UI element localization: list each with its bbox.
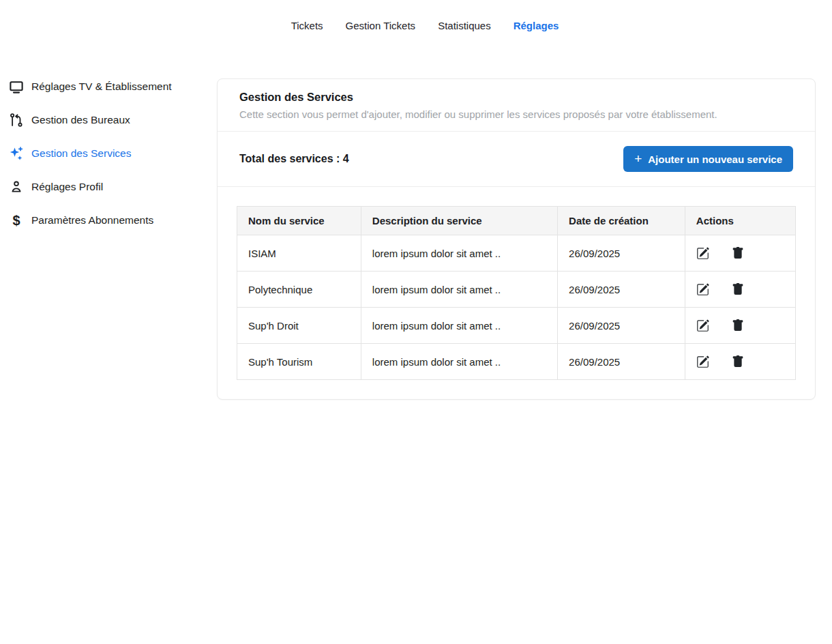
trash-icon — [732, 319, 747, 332]
table-row: Sup'h Droit lorem ipsum dolor sit amet .… — [237, 308, 796, 344]
delete-service-button[interactable] — [732, 282, 747, 297]
cell-actions — [685, 308, 795, 344]
edit-icon — [696, 355, 711, 368]
edit-service-button[interactable] — [696, 246, 711, 261]
top-nav: Tickets Gestion Tickets Statistiques Rég… — [0, 0, 832, 31]
edit-icon — [696, 319, 711, 332]
sidebar-item-label: Gestion des Services — [31, 147, 131, 160]
cell-service-name: ISIAM — [237, 235, 361, 272]
column-header-date: Date de création — [558, 207, 685, 235]
edit-service-button[interactable] — [696, 282, 711, 297]
services-table: Nom du service Description du service Da… — [237, 206, 796, 380]
cell-service-description: lorem ipsum dolor sit amet .. — [361, 272, 557, 308]
table-row: Sup'h Tourism lorem ipsum dolor sit amet… — [237, 344, 796, 380]
cell-creation-date: 26/09/2025 — [558, 308, 685, 344]
sidebar-item-reglages-profil[interactable]: Réglages Profil — [8, 170, 217, 203]
cell-service-name: Sup'h Droit — [237, 308, 361, 344]
total-row: Total des services : 4 + Ajouter un nouv… — [218, 132, 815, 187]
edit-icon — [696, 247, 711, 260]
nav-tab-statistiques[interactable]: Statistiques — [438, 20, 491, 31]
sidebar-item-label: Paramètres Abonnements — [31, 214, 153, 226]
cell-creation-date: 26/09/2025 — [558, 272, 685, 308]
cell-service-description: lorem ipsum dolor sit amet .. — [361, 308, 557, 344]
cell-actions — [685, 235, 795, 272]
cell-actions — [685, 272, 795, 308]
cell-creation-date: 26/09/2025 — [558, 235, 685, 272]
delete-service-button[interactable] — [732, 246, 747, 261]
route-icon — [8, 112, 25, 128]
dollar-icon: $ — [8, 212, 25, 229]
cell-service-description: lorem ipsum dolor sit amet .. — [361, 344, 557, 380]
cell-service-name: Sup'h Tourism — [237, 344, 361, 380]
column-header-actions: Actions — [685, 207, 795, 235]
sidebar-item-reglages-tv[interactable]: Réglages TV & Établissement — [8, 70, 217, 103]
add-service-button-label: Ajouter un nouveau service — [648, 153, 782, 165]
cell-service-name: Polytechnique — [237, 272, 361, 308]
table-row: ISIAM lorem ipsum dolor sit amet .. 26/0… — [237, 235, 796, 272]
sidebar-item-label: Réglages TV & Établissement — [31, 80, 172, 93]
nav-tab-gestion-tickets[interactable]: Gestion Tickets — [346, 20, 416, 31]
trash-icon — [732, 355, 747, 368]
user-icon — [8, 179, 25, 195]
services-card: Gestion des Services Cette section vous … — [217, 78, 816, 400]
main-content: Gestion des Services Cette section vous … — [217, 70, 816, 400]
sparkles-icon — [8, 145, 25, 162]
trash-icon — [732, 283, 747, 295]
card-header: Gestion des Services Cette section vous … — [218, 79, 815, 132]
nav-tab-tickets[interactable]: Tickets — [291, 20, 323, 31]
card-title: Gestion des Services — [239, 91, 796, 104]
plus-icon: + — [634, 152, 642, 165]
card-description: Cette section vous permet d'ajouter, mod… — [239, 108, 796, 120]
sidebar-item-parametres-abonnements[interactable]: $ Paramètres Abonnements — [8, 203, 217, 237]
sidebar-item-gestion-services[interactable]: Gestion des Services — [8, 136, 217, 170]
sidebar-item-label: Gestion des Bureaux — [31, 114, 130, 126]
page-layout: Réglages TV & Établissement Gestion des … — [0, 70, 832, 400]
edit-icon — [696, 283, 711, 296]
cell-service-description: lorem ipsum dolor sit amet .. — [361, 235, 557, 272]
cell-creation-date: 26/09/2025 — [558, 344, 685, 380]
cell-actions — [685, 344, 795, 380]
edit-service-button[interactable] — [696, 318, 711, 333]
total-services-label: Total des services : 4 — [239, 153, 349, 165]
sidebar-item-label: Réglages Profil — [31, 181, 103, 193]
add-service-button[interactable]: + Ajouter un nouveau service — [623, 146, 793, 172]
sidebar: Réglages TV & Établissement Gestion des … — [0, 70, 217, 237]
delete-service-button[interactable] — [732, 354, 747, 369]
table-section: Nom du service Description du service Da… — [218, 187, 815, 399]
trash-icon — [732, 247, 747, 259]
column-header-description: Description du service — [361, 207, 557, 235]
column-header-name: Nom du service — [237, 207, 361, 235]
table-row: Polytechnique lorem ipsum dolor sit amet… — [237, 272, 796, 308]
tv-icon — [8, 78, 25, 95]
delete-service-button[interactable] — [732, 318, 747, 333]
edit-service-button[interactable] — [696, 354, 711, 369]
nav-tab-reglages[interactable]: Réglages — [514, 20, 559, 31]
table-header-row: Nom du service Description du service Da… — [237, 207, 796, 235]
sidebar-item-gestion-bureaux[interactable]: Gestion des Bureaux — [8, 103, 217, 136]
